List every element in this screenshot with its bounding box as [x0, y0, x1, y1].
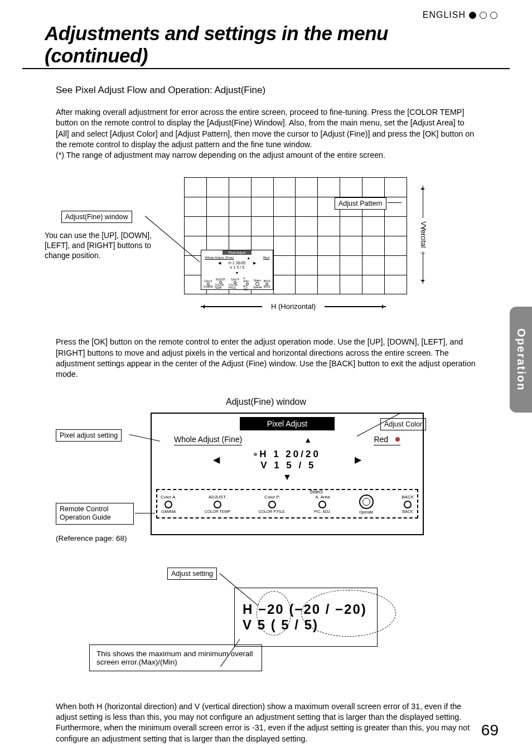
foot-label: Color P. [264, 495, 280, 500]
joystick-icon [359, 495, 374, 509]
window-titlebar: Pixel Adjust [240, 417, 335, 430]
mini-footer: Color A.GAMMA ADJUST.COLOR TEMP Color P.… [201, 277, 273, 291]
footer-paragraph: When both H (horizontal direction) and V… [56, 701, 476, 744]
adjust-window-diagram: Adjust(Fine) window Pixel adjust setting… [56, 397, 476, 564]
mini-v-val: V 1 5 / 5 [229, 265, 245, 270]
page-number: 69 [481, 721, 499, 739]
button-ring-icon [214, 501, 221, 508]
foot-label: Color A. [161, 495, 176, 500]
foot-label: ADJUST. [209, 495, 226, 500]
horizontal-axis: H (Horizontal) [201, 302, 386, 311]
adjust-setting-label: Adjust setting [167, 568, 217, 580]
foot-label: A. Area [315, 495, 330, 500]
mini-red: Red [263, 256, 269, 260]
triangle-down-icon: ▼ [152, 472, 423, 482]
page-dot-3-icon [490, 12, 497, 19]
triangle-down-icon: ▼ [201, 271, 273, 275]
pixel-adjust-setting-label: Pixel adjust setting [56, 429, 122, 442]
mini-title: Pixel Adjust [223, 250, 251, 255]
dashed-circle-icon [257, 591, 291, 636]
position-hint: You can use the [UP], [DOWN], [LEFT], an… [45, 231, 167, 261]
section-subheading: See Pixel Adjust Flow and Operation: Adj… [56, 85, 476, 96]
adjust-pattern-label: Adjust Pattern [335, 197, 386, 210]
page-dot-1-icon [469, 12, 476, 19]
mini-whole: Whole Adjust (Fine) [205, 256, 234, 260]
triangle-right-icon: ▶ [355, 454, 361, 465]
adjust-fine-window-label: Adjust(Fine) window [61, 211, 132, 223]
triangle-right-icon: ▶ [253, 261, 256, 269]
header-language-row: ENGLISH [0, 0, 532, 22]
max-min-note: This shows the maximum and minimum overa… [89, 644, 262, 671]
foot-label: BACK [402, 495, 414, 500]
button-ring-icon [268, 501, 276, 508]
vertical-axis: V（Vercital） [418, 186, 428, 283]
adjust-values: H 1 20/20 V 1 5 / 5 [254, 449, 321, 471]
reference-page: (Reference page: 68) [56, 534, 127, 542]
button-ring-icon [165, 501, 172, 508]
grid-diagram: Adjust(Fine) window You can use the [UP]… [56, 177, 476, 322]
adjust-window-title: Adjust(Fine) window [56, 397, 476, 407]
remote-guide-label: Remote Control Operation Guide [56, 503, 134, 525]
remote-button-guide: Select Color A.GAMMA ADJUST.COLOR TEMP C… [156, 489, 418, 518]
red-label: Red [374, 435, 400, 445]
adjust-fine-window: Pixel Adjust Whole Adjust (Fine) ▲ Red ◀… [151, 413, 424, 535]
operation-paragraph: Press the [OK] button on the remote cont… [56, 337, 476, 380]
triangle-left-icon: ◀ [213, 454, 220, 465]
triangle-up-icon: ▲ [246, 256, 250, 260]
dashed-circle-icon [301, 590, 396, 637]
triangle-left-icon: ◀ [218, 261, 221, 269]
mini-h-val: H 1 20/20 [229, 261, 245, 265]
red-dot-icon [395, 437, 400, 442]
leader-line [388, 202, 402, 203]
page-title: Adjustments and settings in the menu (co… [22, 22, 510, 69]
intro-paragraph: After making overall adjustment for erro… [56, 107, 476, 161]
whole-adjust-label: Whole Adjust (Fine) [174, 435, 242, 445]
v-axis-label: V（Vercital） [418, 221, 428, 248]
triangle-up-icon: ▲ [304, 435, 312, 444]
button-ring-icon [404, 501, 412, 508]
adjust-setting-detail: Adjust setting H −20 (−20 / −20) V 5 ( 5… [56, 568, 476, 696]
mini-adjust-window: Pixel Adjust Whole Adjust (Fine) ▲ Red ◀… [201, 250, 273, 290]
select-label: Select [309, 489, 323, 495]
button-ring-icon [318, 501, 326, 508]
page-dot-2-icon [480, 12, 487, 19]
section-tab: Operation [510, 307, 532, 413]
h-axis-label: H (Horizontal) [271, 302, 316, 311]
language-label: ENGLISH [423, 10, 466, 20]
